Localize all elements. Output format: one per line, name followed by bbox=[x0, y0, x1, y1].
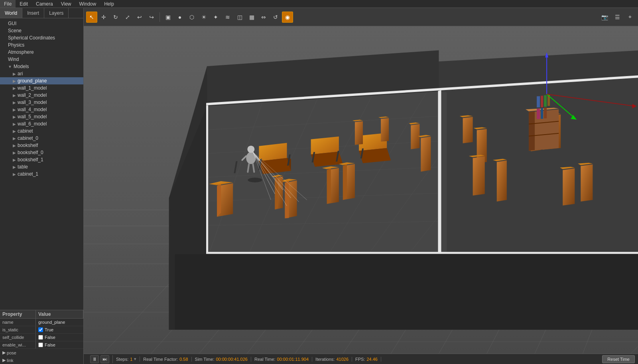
link-arrow: ▶ bbox=[2, 358, 6, 363]
tool-cam1[interactable]: ◫ bbox=[234, 12, 245, 23]
tool-screenshot[interactable]: 📷 bbox=[599, 12, 610, 23]
tree-item-wall1[interactable]: ▶ wall_1_model bbox=[0, 84, 83, 92]
tree-item-bookshelf0[interactable]: ▶ bookshelf_0 bbox=[0, 149, 83, 156]
tree-item-atmosphere[interactable]: Atmosphere bbox=[0, 49, 83, 56]
expand-arrow: ▶ bbox=[13, 79, 16, 83]
menu-window[interactable]: Window bbox=[75, 0, 100, 8]
tree-item-cabinet[interactable]: ▶ cabinet bbox=[0, 127, 83, 135]
right-content: ↖ ✛ ↻ ⤢ ↩ ↩ ▣ ● ⬡ ☀ ✦ ≋ ◫ ▦ ⇔ ↺ ◉ 📷 ☰ ⌖ bbox=[84, 8, 638, 364]
prop-header: Property Value bbox=[0, 310, 83, 319]
tool-translate[interactable]: ✛ bbox=[98, 12, 109, 23]
prop-row-selfcollide: self_collide False bbox=[0, 334, 83, 341]
tree-item-physics[interactable]: Physics bbox=[0, 41, 83, 49]
prop-name-value[interactable]: ground_plane bbox=[36, 319, 83, 326]
enable-wind-checkbox[interactable] bbox=[38, 342, 43, 347]
properties-panel: Property Value name ground_plane is_stat… bbox=[0, 310, 83, 364]
tool-box[interactable]: ▣ bbox=[162, 12, 173, 23]
tool-dirlight[interactable]: ≋ bbox=[222, 12, 233, 23]
tree-item-label: ari bbox=[18, 71, 23, 76]
tree-item-cabinet1[interactable]: ▶ cabinet_1 bbox=[0, 170, 83, 178]
pause-button[interactable]: ⏸ bbox=[90, 355, 99, 363]
tree-item-wind[interactable]: Wind bbox=[0, 56, 83, 63]
statusbar: ⏸ ⏭ Steps: 1 ▾ Real Time Factor: 0.58 Si… bbox=[84, 354, 638, 364]
menu-view[interactable]: View bbox=[57, 0, 75, 8]
tool-mirror[interactable]: ⇔ bbox=[258, 12, 269, 23]
expand-arrow: ▶ bbox=[13, 86, 16, 90]
reset-time-button[interactable]: Reset Time bbox=[602, 355, 635, 363]
svg-marker-92 bbox=[463, 117, 473, 143]
self-collide-checkbox[interactable] bbox=[38, 335, 43, 340]
prop-name-label: name bbox=[0, 319, 36, 326]
tool-target[interactable]: ⌖ bbox=[624, 12, 636, 23]
tree-item-label: wall_6_model bbox=[18, 121, 47, 127]
scene-svg bbox=[84, 26, 638, 354]
tree-item-ground-plane[interactable]: ▶ ground_plane bbox=[0, 77, 83, 84]
tree-item-wall5[interactable]: ▶ wall_5_model bbox=[0, 113, 83, 120]
playback-controls: ⏸ ⏭ bbox=[87, 355, 113, 363]
iterations-label: Iterations: bbox=[315, 357, 335, 362]
prop-enablewind-value[interactable]: False bbox=[36, 341, 83, 348]
svg-point-133 bbox=[248, 178, 262, 182]
simtime-label: Sim Time: bbox=[195, 357, 215, 362]
tree-item-label: bookshelf_0 bbox=[18, 150, 43, 155]
svg-marker-104 bbox=[563, 168, 575, 205]
tree-item-bookshelf1[interactable]: ▶ bookshelf_1 bbox=[0, 156, 83, 163]
pose-arrow: ▶ bbox=[2, 350, 6, 355]
tree-item-gui[interactable]: GUI bbox=[0, 20, 83, 27]
tool-redo[interactable]: ↩ bbox=[146, 12, 157, 23]
prop-col-value: Value bbox=[36, 310, 83, 318]
is-static-checkbox[interactable] bbox=[38, 327, 43, 332]
tree-item-wall3[interactable]: ▶ wall_3_model bbox=[0, 99, 83, 106]
tree-item-label: wall_1_model bbox=[18, 85, 47, 91]
steps-label: Steps: bbox=[116, 357, 128, 362]
step-button[interactable]: ⏭ bbox=[100, 355, 109, 363]
tool-cam2[interactable]: ▦ bbox=[246, 12, 257, 23]
tab-layers[interactable]: Layers bbox=[44, 8, 69, 18]
svg-marker-109 bbox=[529, 112, 535, 151]
tree-panel[interactable]: GUI Scene Spherical Coordinates Physics … bbox=[0, 18, 83, 310]
prop-selfcollide-value[interactable]: False bbox=[36, 334, 83, 341]
tree-item-models[interactable]: ▼ Models bbox=[0, 63, 83, 70]
tree-item-wall2[interactable]: ▶ wall_2_model bbox=[0, 92, 83, 99]
tool-sphere[interactable]: ● bbox=[174, 12, 185, 23]
tree-item-ari[interactable]: ▶ ari bbox=[0, 70, 83, 77]
svg-rect-115 bbox=[544, 95, 547, 107]
tree-item-bookshelf[interactable]: ▶ bookshelf bbox=[0, 142, 83, 149]
menu-help[interactable]: Help bbox=[100, 0, 118, 8]
tool-scale[interactable]: ⤢ bbox=[122, 12, 133, 23]
tab-world[interactable]: World bbox=[0, 8, 22, 18]
menu-edit[interactable]: Edit bbox=[16, 0, 32, 8]
prop-row-link[interactable]: ▶ link bbox=[0, 356, 83, 364]
tree-item-label: Spherical Coordinates bbox=[8, 35, 55, 41]
tree-item-label: Models bbox=[14, 64, 29, 69]
steps-section: Steps: 1 ▾ bbox=[113, 356, 140, 362]
tree-item-cabinet0[interactable]: ▶ cabinet_0 bbox=[0, 135, 83, 142]
menu-file[interactable]: File bbox=[0, 0, 16, 8]
tree-item-scene[interactable]: Scene bbox=[0, 27, 83, 34]
tool-active[interactable]: ◉ bbox=[282, 12, 293, 23]
tool-menu-right[interactable]: ☰ bbox=[612, 12, 623, 23]
svg-rect-114 bbox=[541, 96, 543, 107]
tool-pointlight[interactable]: ✦ bbox=[210, 12, 221, 23]
tree-item-spherical[interactable]: Spherical Coordinates bbox=[0, 34, 83, 41]
tool-select[interactable]: ↖ bbox=[86, 12, 97, 23]
tool-reset-view[interactable]: ↺ bbox=[270, 12, 281, 23]
prop-isstatic-value[interactable]: True bbox=[36, 326, 83, 333]
tree-item-table[interactable]: ▶ table bbox=[0, 163, 83, 170]
tree-item-label: bookshelf bbox=[18, 143, 38, 148]
svg-marker-96 bbox=[473, 157, 485, 196]
tool-rotate[interactable]: ↻ bbox=[110, 12, 121, 23]
svg-marker-106 bbox=[581, 164, 593, 202]
prop-row-pose[interactable]: ▶ pose bbox=[0, 349, 83, 356]
tree-item-wall6[interactable]: ▶ wall_6_model bbox=[0, 120, 83, 127]
menu-camera[interactable]: Camera bbox=[32, 0, 57, 8]
tool-undo[interactable]: ↩ bbox=[134, 12, 145, 23]
tab-insert[interactable]: Insert bbox=[22, 8, 44, 18]
3d-viewport[interactable] bbox=[84, 26, 638, 354]
svg-marker-98 bbox=[497, 160, 507, 202]
tree-item-label: Atmosphere bbox=[8, 49, 34, 55]
tool-sun[interactable]: ☀ bbox=[198, 12, 209, 23]
tree-item-wall4[interactable]: ▶ wall_4_model bbox=[0, 106, 83, 113]
tree-item-label: cabinet bbox=[18, 128, 33, 134]
tool-cylinder[interactable]: ⬡ bbox=[186, 12, 197, 23]
